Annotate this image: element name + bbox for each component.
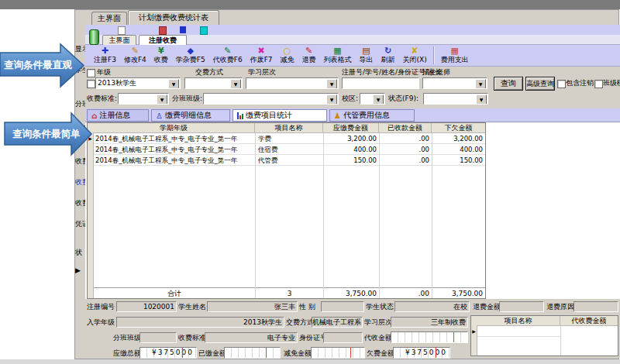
owed-amount-field[interactable]: ¥375000 bbox=[393, 347, 450, 359]
status-filter-label: 状态(F9): bbox=[388, 94, 418, 103]
export-icon: ▤ bbox=[362, 46, 370, 56]
student-status-label: 学生状态 bbox=[366, 303, 394, 311]
study-level-combo[interactable] bbox=[246, 77, 339, 89]
grade-filter-checkbox[interactable] bbox=[87, 80, 95, 88]
edit-button[interactable]: ✎修改F4 bbox=[120, 45, 150, 66]
edit-icon: ✎ bbox=[132, 46, 139, 56]
list-format-icon: ▦ bbox=[333, 46, 341, 56]
reg-no-label: 注册编号 bbox=[87, 303, 115, 311]
waived-amount-field[interactable] bbox=[311, 347, 365, 359]
screen-icon bbox=[200, 26, 208, 35]
void-button[interactable]: ✖作废F7 bbox=[246, 45, 277, 66]
agency-fee-icon: ✎ bbox=[224, 46, 231, 56]
enroll-grade-field[interactable]: 2013秋学生 bbox=[116, 317, 284, 328]
app-icon bbox=[89, 29, 99, 45]
class-combo[interactable] bbox=[203, 93, 339, 105]
pay-method-label: 交费方式 bbox=[195, 68, 223, 77]
palette-icon bbox=[159, 26, 167, 35]
subtab-registration-info[interactable]: ⌂ 注册信息 bbox=[87, 109, 149, 122]
grade-label: 年级 bbox=[97, 68, 111, 77]
tab-main-interface[interactable]: 主界面 bbox=[91, 12, 127, 25]
tab-planned-fee-statistics[interactable]: 计划缴费收费统计表 bbox=[128, 10, 219, 25]
class-filter-label: 分班班级: bbox=[172, 94, 202, 103]
fee-standard-field[interactable]: 电子专业 bbox=[205, 332, 298, 343]
waive-button[interactable]: ○减免 bbox=[277, 45, 298, 66]
pay-method-combo[interactable] bbox=[184, 77, 243, 89]
fee-standard-combo[interactable] bbox=[118, 93, 169, 105]
paid-amount-field[interactable] bbox=[224, 347, 281, 359]
reg-no-field[interactable]: 1020001 bbox=[116, 301, 177, 312]
id-no-field[interactable] bbox=[323, 332, 363, 343]
inner-tab-register-fee[interactable]: 注册收费 bbox=[139, 35, 187, 45]
refund-button[interactable]: ✎退费 bbox=[298, 45, 320, 66]
grade-combo[interactable]: 2013秋学生 bbox=[95, 77, 181, 89]
status-combo[interactable] bbox=[423, 93, 488, 105]
recruiter-label: 招生老师 bbox=[422, 68, 450, 77]
col-header-agency-amount: 代收费金额 bbox=[560, 316, 618, 326]
gender-field[interactable] bbox=[321, 301, 364, 312]
desktop-top-bar bbox=[0, 0, 620, 9]
callout-arrow-bottom: 查询条件最简单 bbox=[3, 112, 93, 156]
callout-arrow-top: 查询条件最直观 bbox=[0, 42, 85, 88]
include-cancelled-checkbox[interactable] bbox=[557, 80, 566, 88]
col-header-owed: 下欠金额 bbox=[432, 123, 485, 133]
class-fuzzy-label: 班级模糊 bbox=[603, 79, 620, 88]
agency-fee-table: 项目名称 代收费金额 ▶ bbox=[470, 315, 618, 356]
advanced-query-button[interactable]: 高级查询 bbox=[525, 77, 555, 91]
study-level-field[interactable]: 三年制收费 bbox=[391, 317, 468, 328]
fee-standard-detail-label: 收费标准 bbox=[178, 334, 206, 342]
table-row[interactable] bbox=[477, 326, 560, 337]
subtab-payment-detail[interactable]: ♙ 缴费明细信息 bbox=[151, 109, 230, 122]
pay-method-detail-label: 交费方式 bbox=[286, 318, 314, 327]
recruiter-combo[interactable] bbox=[422, 77, 487, 89]
register-icon: ✚ bbox=[102, 46, 108, 56]
class-fuzzy-checkbox[interactable] bbox=[594, 80, 603, 88]
inner-tab-main[interactable]: 主界面 bbox=[102, 35, 136, 45]
export-button[interactable]: ▤导出 bbox=[356, 45, 377, 66]
close-button[interactable]: ✘关闭(X) bbox=[399, 45, 431, 66]
search-input[interactable] bbox=[342, 77, 419, 89]
include-cancelled-label: 包含注销 bbox=[566, 79, 594, 88]
owed-amount-label: 欠费金额 bbox=[367, 349, 394, 358]
refund-icon: ✎ bbox=[305, 46, 312, 56]
refund-amount-field[interactable] bbox=[499, 301, 544, 312]
total-due-label: 应缴总额 bbox=[113, 349, 141, 358]
callout-text: 查询条件最简单 bbox=[12, 128, 81, 139]
grade-checkbox[interactable] bbox=[87, 69, 95, 77]
subtab-payment-item-stats[interactable]: 缴费项目统计 bbox=[232, 109, 327, 122]
class-field[interactable] bbox=[140, 332, 177, 343]
campus-label: 校区: bbox=[342, 94, 358, 103]
pay-method-field[interactable]: 机械电子工程系 bbox=[312, 317, 363, 328]
study-level-label: 学习层次 bbox=[248, 68, 276, 77]
row-marker-icon: ▶ bbox=[75, 266, 81, 274]
campus-combo[interactable] bbox=[360, 93, 385, 105]
subtab-agency-fee-info[interactable]: ♟ 代管费用信息 bbox=[329, 109, 415, 122]
screenshot-root: { "colors":{"desktop_bar":"#7a7a7a","xp_… bbox=[0, 0, 620, 364]
expense-button[interactable]: ▦费用支出 bbox=[437, 45, 473, 66]
student-name-label: 学生姓名 bbox=[178, 303, 206, 311]
gender-label: 性 别 bbox=[299, 303, 315, 311]
total-due-field[interactable]: ¥375000 bbox=[140, 347, 197, 359]
refund-reason-field[interactable] bbox=[574, 301, 618, 312]
query-button[interactable]: 查询 bbox=[494, 77, 523, 91]
expense-icon: ▦ bbox=[451, 46, 459, 56]
page-icon bbox=[118, 26, 126, 35]
collect-fee-icon: ¥ bbox=[158, 46, 164, 56]
fee-items-table: 学期年级 项目名称 应缴费金额 已收款金额 下欠金额 ▶ 2014春_机械电子工… bbox=[87, 122, 486, 299]
agency-fee-button[interactable]: ✎代收费F6 bbox=[209, 45, 246, 66]
student-name-field[interactable]: 张三丰 bbox=[207, 301, 298, 312]
student-status-field[interactable]: 在校 bbox=[394, 301, 470, 312]
refresh-icon: ↻ bbox=[384, 46, 391, 56]
register-button[interactable]: ✚注册F3 bbox=[90, 45, 120, 66]
tuition-fee-button[interactable]: ◆学杂费F5 bbox=[172, 45, 209, 66]
col-header-due: 应缴费金额 bbox=[323, 123, 379, 133]
class-detail-label: 分班班级 bbox=[113, 334, 141, 342]
collect-fee-button[interactable]: ¥收费 bbox=[150, 45, 172, 66]
refund-reason-label: 退费原因 bbox=[546, 303, 574, 311]
refresh-button[interactable]: ↻刷新 bbox=[377, 45, 399, 66]
waive-icon: ○ bbox=[284, 46, 291, 56]
agency-amount-field[interactable] bbox=[391, 331, 468, 343]
paid-amount-label: 已缴金额 bbox=[198, 349, 226, 358]
col-header-item: 项目名称 bbox=[255, 123, 323, 133]
list-format-button[interactable]: ▦列表格式 bbox=[320, 45, 356, 66]
